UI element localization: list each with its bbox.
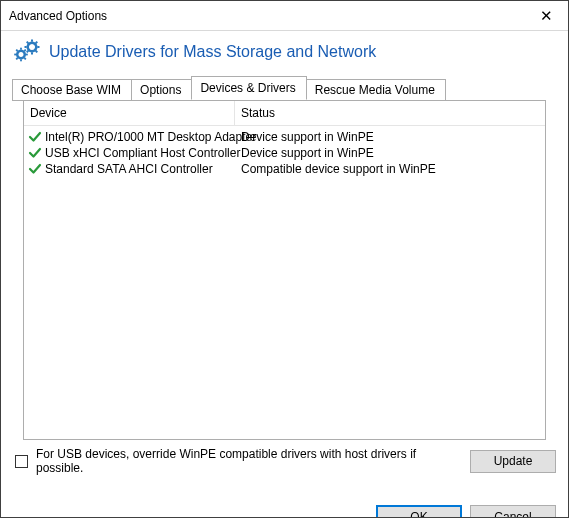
svg-rect-1 bbox=[31, 52, 33, 54]
table-body: Intel(R) PRO/1000 MT Desktop Adapter Dev… bbox=[24, 126, 545, 177]
override-drivers-label: For USB devices, override WinPE compatib… bbox=[36, 447, 462, 475]
check-icon bbox=[28, 146, 42, 160]
svg-rect-10 bbox=[14, 54, 16, 56]
override-drivers-checkbox[interactable] bbox=[15, 455, 28, 468]
device-name: Intel(R) PRO/1000 MT Desktop Adapter bbox=[45, 129, 256, 145]
column-status-header[interactable]: Status bbox=[235, 101, 545, 126]
update-button[interactable]: Update bbox=[470, 450, 556, 473]
device-status: Device support in WinPE bbox=[235, 129, 545, 145]
column-device-header[interactable]: Device bbox=[24, 101, 235, 126]
close-button[interactable]: ✕ bbox=[524, 1, 568, 31]
table-row[interactable]: USB xHCI Compliant Host Controller Devic… bbox=[24, 145, 545, 161]
header-title: Update Drivers for Mass Storage and Netw… bbox=[49, 43, 376, 61]
dialog-header: Update Drivers for Mass Storage and Netw… bbox=[1, 31, 568, 76]
device-status: Compatible device support in WinPE bbox=[235, 161, 545, 177]
ok-button[interactable]: OK bbox=[376, 505, 462, 518]
panel-footer: For USB devices, override WinPE compatib… bbox=[1, 440, 568, 475]
check-icon bbox=[28, 130, 42, 144]
svg-rect-8 bbox=[20, 48, 22, 50]
devices-panel: Device Status Intel(R) PRO/1000 MT Deskt… bbox=[23, 100, 546, 440]
tab-choose-base-wim[interactable]: Choose Base WIM bbox=[12, 79, 132, 101]
svg-rect-2 bbox=[25, 46, 27, 48]
check-icon bbox=[28, 162, 42, 176]
svg-rect-3 bbox=[37, 46, 39, 48]
table-row[interactable]: Intel(R) PRO/1000 MT Desktop Adapter Dev… bbox=[24, 129, 545, 145]
device-name: USB xHCI Compliant Host Controller bbox=[45, 145, 240, 161]
tab-devices-drivers[interactable]: Devices & Drivers bbox=[191, 76, 306, 100]
svg-rect-9 bbox=[20, 59, 22, 61]
device-name: Standard SATA AHCI Controller bbox=[45, 161, 213, 177]
titlebar: Advanced Options ✕ bbox=[1, 1, 568, 31]
table-row[interactable]: Standard SATA AHCI Controller Compatible… bbox=[24, 161, 545, 177]
device-status: Device support in WinPE bbox=[235, 145, 545, 161]
svg-rect-0 bbox=[31, 40, 33, 42]
gear-icon bbox=[13, 37, 41, 66]
cancel-button[interactable]: Cancel bbox=[470, 505, 556, 518]
window-title: Advanced Options bbox=[9, 9, 107, 23]
table-header: Device Status bbox=[24, 101, 545, 126]
svg-rect-11 bbox=[26, 54, 28, 56]
dialog-footer: OK Cancel bbox=[1, 475, 568, 518]
tabstrip: Choose Base WIM Options Devices & Driver… bbox=[1, 76, 568, 440]
tab-options[interactable]: Options bbox=[131, 79, 192, 101]
tab-rescue-media-volume[interactable]: Rescue Media Volume bbox=[306, 79, 446, 101]
